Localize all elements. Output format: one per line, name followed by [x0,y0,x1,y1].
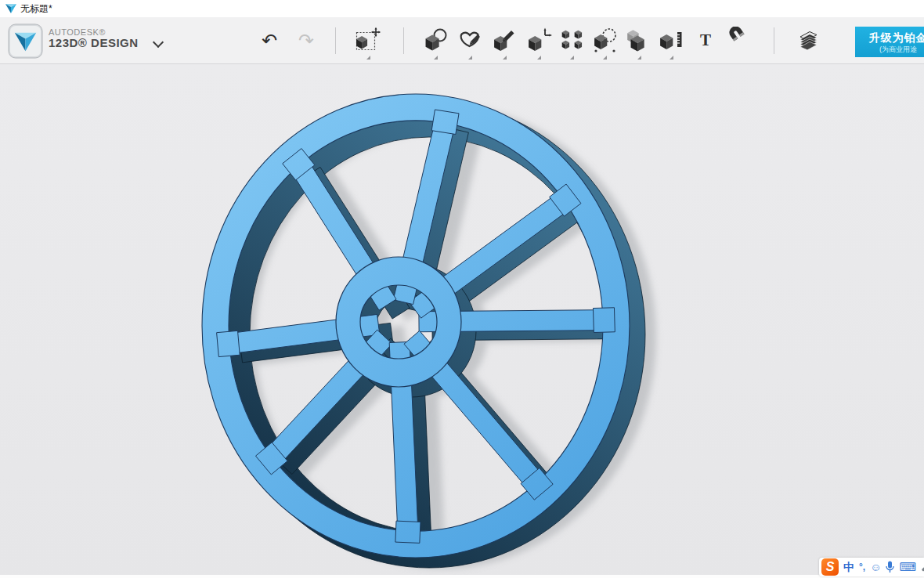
title-bar: 无标題* [0,0,924,17]
material-stack-icon [794,27,822,55]
grouping-cube-circle-icon [590,27,619,55]
tool-modify-button[interactable] [525,27,553,55]
tool-pattern-button[interactable] [558,27,586,55]
window-title: 无标題* [20,0,52,17]
primitives-cube-sphere-icon [421,27,449,55]
redo-button[interactable]: ↷ [292,27,320,55]
main-menu-dropdown-button[interactable] [149,31,168,50]
tool-text-button[interactable]: T [691,27,720,55]
toolbar-separator [403,27,404,54]
ime-mode-toggle[interactable]: 中 [843,558,854,576]
ime-toolbar: S 中 °, ☺ ⌨ [819,558,924,576]
app-triangle-icon [5,4,16,13]
app-logo-icon[interactable] [8,23,43,59]
tool-construct-button[interactable] [490,27,518,55]
magnet-icon [725,27,753,55]
brand-text: AUTODESK® 123D® DESIGN [49,27,139,50]
viewport-3d-scene[interactable] [0,64,924,575]
pattern-four-cubes-icon [558,27,586,55]
smiley-icon[interactable]: ☺ [870,558,881,576]
upgrade-label: 升级为铂金 [855,30,924,45]
text-T-icon: T [691,27,720,55]
brand-123d-design: 123D® DESIGN [49,37,139,50]
sogou-logo-icon[interactable]: S [821,558,839,576]
combine-cubes-icon [625,27,653,55]
undo-button[interactable]: ↶ [255,27,283,55]
main-toolbar: AUTODESK® 123D® DESIGN ↶ ↷ [0,17,924,64]
tool-grouping-button[interactable] [590,27,619,55]
redo-arrow-icon: ↷ [298,30,314,52]
microphone-icon[interactable] [886,561,894,573]
tool-snap-button[interactable] [725,27,753,55]
keyboard-icon[interactable]: ⌨ [899,558,916,576]
chevron-down-icon [153,37,164,48]
tool-measure-button[interactable] [657,27,685,55]
toolbar-separator [774,27,774,54]
viewport-canvas[interactable] [0,64,924,575]
move-cube-icon [354,27,382,55]
toolbar-separator [335,27,336,54]
tool-sketch-button[interactable] [456,27,484,55]
tool-combine-button[interactable] [625,27,653,55]
construct-cube-pencil-icon [490,27,518,55]
modify-cube-arrows-icon [525,27,553,55]
ime-punctuation-toggle[interactable]: °, [859,558,865,576]
window-bottom-strip [0,575,924,578]
tool-transform-move-button[interactable] [354,27,382,55]
app-window: 无标題* AUTODESK® 123D® DESIGN ↶ ↷ [0,0,924,578]
toolbox-icon[interactable] [921,561,924,573]
upgrade-sublabel: (为商业用途 [855,45,924,54]
measure-cube-ruler-icon [657,27,685,55]
wheel-model[interactable] [202,94,656,569]
undo-arrow-icon: ↶ [262,30,277,52]
tool-primitives-button[interactable] [421,27,449,55]
sketch-spline-pencil-icon [456,27,484,55]
upgrade-premium-button[interactable]: 升级为铂金 (为商业用途 [855,27,924,57]
tool-material-button[interactable] [794,27,822,55]
